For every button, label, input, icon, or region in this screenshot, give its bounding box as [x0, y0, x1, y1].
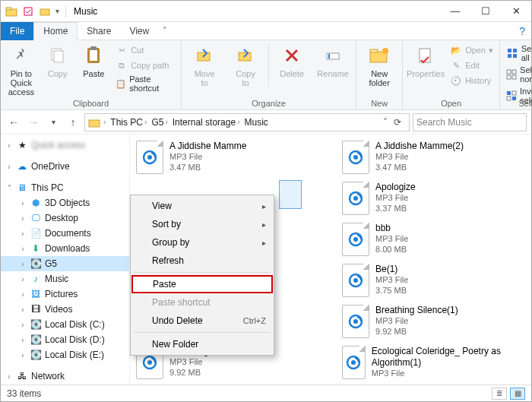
nav-quick-access[interactable]: ›★Quick access	[1, 138, 129, 153]
search-input[interactable]: Search Music	[413, 113, 527, 131]
crumb-internal[interactable]: Internal storage›	[171, 117, 242, 128]
select-none-button[interactable]: Select none	[505, 65, 532, 84]
back-button[interactable]: ←	[5, 114, 22, 131]
nav-disk-d[interactable]: ›💽Local Disk (D:)	[1, 332, 129, 347]
history-button[interactable]: 🕘History	[448, 74, 495, 87]
paste-button[interactable]: Paste	[78, 43, 109, 78]
file-item[interactable]: A Jiddishe Mamme(2)MP3 File3.47 MB	[342, 141, 525, 174]
svg-rect-19	[508, 54, 511, 58]
ctx-view[interactable]: View▸	[132, 197, 272, 215]
nav-disk-c[interactable]: ›💽Local Disk (C:)	[1, 317, 129, 332]
videos-icon: 🎞	[30, 303, 42, 315]
cut-button[interactable]: ✂Cut	[114, 43, 176, 57]
file-item[interactable]: A Jiddishe MammeMP3 File3.47 MB	[136, 141, 319, 174]
forward-button[interactable]: →	[25, 114, 42, 131]
ctx-undo-delete[interactable]: Undo DeleteCtrl+Z	[132, 312, 272, 330]
svg-point-49	[351, 360, 356, 365]
open-button[interactable]: 📂Open ▾	[448, 43, 495, 57]
tab-file[interactable]: File	[1, 22, 33, 40]
rename-button[interactable]: Rename	[315, 43, 351, 78]
svg-rect-17	[508, 49, 511, 52]
delete-icon	[280, 43, 304, 68]
ctx-group-by[interactable]: Group by▸	[132, 233, 272, 252]
nav-g5[interactable]: ›💽G5	[1, 256, 129, 271]
recent-locations-button[interactable]: ▾	[45, 114, 62, 131]
crumb-music[interactable]: Music	[242, 117, 269, 128]
copy-to-button[interactable]: Copy to	[227, 43, 264, 87]
new-folder-button[interactable]: New folder	[361, 43, 397, 87]
nav-pictures[interactable]: ›🖼Pictures	[1, 286, 129, 302]
view-large-button[interactable]: ▦	[510, 388, 525, 400]
delete-button[interactable]: Delete	[274, 43, 310, 78]
file-item[interactable]: bbbMP3 File8.00 MB	[342, 223, 525, 256]
file-item[interactable]: Ecological Coleridge_ Poetry as Algorith…	[342, 346, 525, 379]
tab-home[interactable]: Home	[33, 22, 78, 40]
ctx-paste[interactable]: Paste	[131, 275, 273, 293]
help-icon[interactable]: ?	[519, 25, 525, 37]
qat-newfolder-icon[interactable]	[39, 5, 51, 17]
view-details-button[interactable]: ≣	[492, 388, 507, 400]
select-none-icon	[506, 68, 517, 81]
file-item[interactable]: ApologizeMP3 File3.37 MB	[342, 182, 525, 215]
nav-onedrive[interactable]: ›☁OneDrive	[1, 159, 129, 174]
file-type: MP3 File	[375, 316, 458, 327]
window-title: Music	[72, 6, 440, 17]
properties-button[interactable]: Properties	[407, 43, 444, 78]
ribbon-collapse-icon[interactable]: ˄	[158, 26, 172, 36]
move-to-button[interactable]: Move to	[186, 43, 223, 87]
nav-desktop[interactable]: ›🖵Desktop	[1, 210, 129, 226]
qat-more-icon[interactable]: ▾	[55, 7, 59, 15]
svg-rect-29	[89, 120, 100, 127]
svg-rect-23	[507, 75, 511, 79]
svg-point-45	[353, 278, 358, 283]
copy-button[interactable]: Copy	[42, 43, 74, 78]
file-name: bbb	[375, 223, 408, 234]
ctx-sort-by[interactable]: Sort by▸	[132, 215, 272, 233]
group-label-open: Open	[407, 97, 495, 109]
nav-network[interactable]: ›🖧Network	[1, 369, 129, 384]
copy-path-button[interactable]: ⧉Copy path	[114, 59, 176, 72]
file-type: MP3 File	[372, 369, 525, 379]
paste-icon	[81, 43, 106, 68]
select-all-button[interactable]: Select all	[505, 43, 532, 63]
maximize-button[interactable]: ☐	[470, 1, 501, 22]
titlebar: ▾ Music — ☐ ✕	[1, 1, 531, 22]
nav-this-pc[interactable]: ˅🖥This PC	[1, 180, 129, 195]
nav-music[interactable]: ›♪Music	[1, 271, 129, 286]
crumb-thispc[interactable]: This PC›	[109, 117, 148, 128]
nav-disk-e[interactable]: ›💽Local Disk (E:)	[1, 347, 129, 362]
nav-documents[interactable]: ›📄Documents	[1, 226, 129, 241]
crumb-g5[interactable]: G5›	[150, 117, 169, 128]
ctx-new-folder[interactable]: New Folder	[132, 335, 272, 353]
nav-downloads[interactable]: ›⬇Downloads	[1, 241, 129, 256]
qat-properties-icon[interactable]	[22, 5, 34, 17]
address-bar: ← → ▾ ↑ › This PC› G5› Internal storage›…	[1, 110, 531, 135]
paste-shortcut-button[interactable]: 📋Paste shortcut	[114, 74, 176, 93]
copy-icon	[46, 43, 70, 68]
file-name: A Jiddishe Mamme	[169, 141, 246, 152]
up-button[interactable]: ↑	[65, 114, 81, 131]
file-item[interactable]: Be(1)MP3 File3.75 MB	[342, 264, 525, 297]
mp3-file-icon	[342, 182, 369, 215]
file-item[interactable]: Breathing Silence(1)MP3 File9.92 MB	[342, 305, 525, 338]
ctx-paste-shortcut: Paste shortcut	[132, 293, 272, 312]
status-bar: 33 items ≣ ▦	[1, 385, 531, 401]
nav-videos[interactable]: ›🎞Videos	[1, 302, 129, 317]
tab-view[interactable]: View	[120, 22, 158, 40]
refresh-button[interactable]: ⟳	[389, 117, 406, 128]
svg-rect-12	[328, 54, 330, 59]
close-button[interactable]: ✕	[501, 1, 531, 22]
pin-quick-access-button[interactable]: Pin to Quick access	[5, 43, 37, 97]
svg-rect-18	[513, 49, 517, 52]
breadcrumb[interactable]: › This PC› G5› Internal storage› Music ˅…	[84, 113, 410, 131]
svg-point-33	[147, 360, 152, 365]
minimize-button[interactable]: —	[440, 1, 470, 22]
file-type: MP3 File	[375, 193, 416, 204]
edit-button[interactable]: ✎Edit	[448, 59, 495, 72]
address-dropdown-icon[interactable]: ˅	[383, 117, 388, 128]
svg-point-39	[353, 155, 358, 160]
tab-share[interactable]: Share	[78, 22, 120, 40]
svg-rect-22	[512, 70, 516, 74]
ctx-refresh[interactable]: Refresh	[132, 252, 272, 270]
nav-3dobjects[interactable]: ›⬢3D Objects	[1, 195, 129, 210]
